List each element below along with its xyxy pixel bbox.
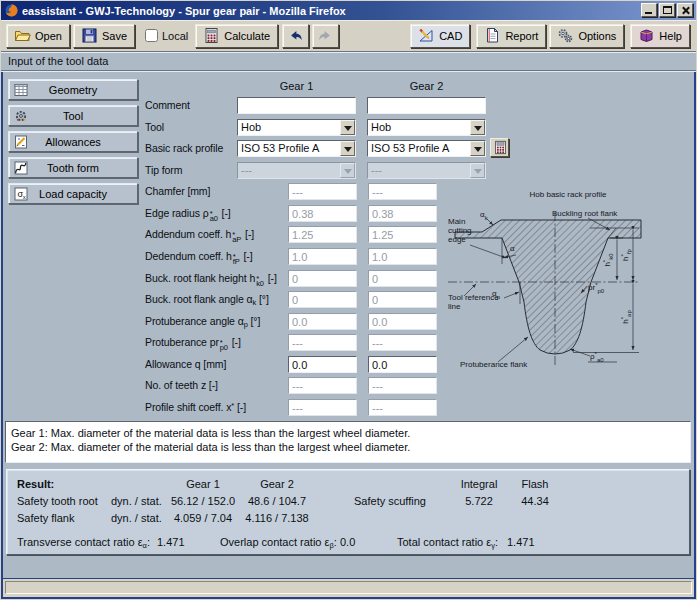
safety-scuffing-label: Safety scuffing xyxy=(354,495,426,507)
tool-gear2-select[interactable]: Hob xyxy=(367,119,486,136)
minimize-button[interactable] xyxy=(641,3,657,17)
dedendum-coeff-h-gear1-input xyxy=(288,248,357,265)
field-label: Tip form xyxy=(145,164,182,176)
result-heading: Result: xyxy=(17,478,54,490)
form-row-tool: ToolHobHob xyxy=(145,119,697,137)
dropdown-arrow-icon[interactable] xyxy=(470,120,485,135)
field-label: Chamfer [mm] xyxy=(145,185,210,197)
alpha-p-label: αp xyxy=(492,289,501,300)
open-folder-icon xyxy=(14,27,31,44)
maximize-button[interactable] xyxy=(659,3,675,17)
field-label: No. of teeth z [-] xyxy=(145,379,218,391)
options-button[interactable]: Options xyxy=(549,24,624,48)
help-label: Help xyxy=(659,30,682,42)
result-col-integral: Integral xyxy=(449,478,509,490)
comment-gear1-input[interactable] xyxy=(237,97,356,114)
status-bar xyxy=(3,579,694,597)
result-col-gear2: Gear 2 xyxy=(227,478,327,490)
basic-rack-profile-gear2-select[interactable]: ISO 53 Profile A xyxy=(367,140,486,157)
chamfer-mm-gear1-input xyxy=(288,183,357,200)
calculate-button[interactable]: Calculate xyxy=(195,24,278,48)
field-label: Tool xyxy=(145,121,164,133)
buck-root-flank-angle-gear1-input xyxy=(288,291,357,308)
local-label: Local xyxy=(162,30,188,42)
field-label: Profile shift coeff. x* [-] xyxy=(145,401,246,413)
open-label: Open xyxy=(35,30,62,42)
sidebar-item-tooth-form[interactable]: Tooth form xyxy=(8,157,138,178)
firefox-icon xyxy=(5,4,18,17)
sidebar-item-allowances[interactable]: Allowances xyxy=(8,131,138,152)
edge-radius-gear1-input xyxy=(288,205,357,222)
local-checkbox[interactable] xyxy=(145,29,158,42)
allowance-q-mm-gear2-input[interactable] xyxy=(368,356,437,373)
result-panel: Result: Gear 1 Gear 2 Integral Flash Saf… xyxy=(6,469,690,555)
message-line: Gear 1: Max. diameter of the material da… xyxy=(11,426,685,440)
message-line: Gear 2: Max. diameter of the material da… xyxy=(11,440,685,454)
dropdown-arrow-icon[interactable] xyxy=(340,120,355,135)
maximize-icon xyxy=(663,6,672,14)
safety-flank-gear2: 4.116 / 7.138 xyxy=(227,512,327,524)
options-gears-icon xyxy=(557,27,574,44)
comment-gear2-input[interactable] xyxy=(367,97,486,114)
options-label: Options xyxy=(578,30,616,42)
select-value: ISO 53 Profile A xyxy=(241,142,319,154)
close-button[interactable] xyxy=(677,3,693,17)
help-button[interactable]: Help xyxy=(630,24,690,48)
profile-shift-coeff-x-gear2-input xyxy=(368,399,437,416)
dropdown-arrow-icon xyxy=(340,163,355,178)
svg-text:edge: edge xyxy=(448,235,466,244)
protuberance-angle-gear2-input xyxy=(368,313,437,330)
protuberance-pr-gear1-input xyxy=(288,334,357,351)
status-field xyxy=(5,581,692,594)
result-row-label: Safety tooth root xyxy=(17,495,98,507)
chamfer-mm-gear2-input xyxy=(368,183,437,200)
tip-form-gear2-select: --- xyxy=(367,162,486,179)
diagram-title: Hob basic rack profile xyxy=(530,190,607,199)
buckling-root-flank-label: Buckling root flank xyxy=(552,209,618,218)
svg-text:cutting: cutting xyxy=(448,226,472,235)
field-label: Addendum coeff. h*aP [-] xyxy=(145,228,254,242)
report-label: Report xyxy=(505,30,538,42)
sidebar-item-label: Tooth form xyxy=(9,162,137,174)
addendum-coeff-h-gear1-input xyxy=(288,226,357,243)
open-button[interactable]: Open xyxy=(6,24,70,48)
field-label: Basic rack profile xyxy=(145,142,223,154)
sidebar-item-load-capacity[interactable]: σ x Load capacity xyxy=(8,183,138,204)
cad-button[interactable]: CAD xyxy=(410,24,470,48)
basic-rack-profile-gear1-select[interactable]: ISO 53 Profile A xyxy=(237,140,356,157)
overlap-contact-ratio-value: 0.0 xyxy=(340,536,355,548)
dropdown-arrow-icon[interactable] xyxy=(470,141,485,156)
undo-button[interactable] xyxy=(282,24,309,48)
tool-gear1-select[interactable]: Hob xyxy=(237,119,356,136)
protuberance-angle-gear1-input xyxy=(288,313,357,330)
select-value: --- xyxy=(241,164,252,176)
safety-scuffing-flash: 44.34 xyxy=(510,495,560,507)
protuberance-flank-label: Protuberance flank xyxy=(460,360,528,369)
window-title: eassistant - GWJ-Technology - Spur gear … xyxy=(22,5,346,17)
addendum-coeff-h-gear2-input xyxy=(368,226,437,243)
rack-profile-calculator-button[interactable] xyxy=(490,138,509,157)
field-label: Buck. root flank angle αk [°] xyxy=(145,293,269,307)
save-button[interactable]: Save xyxy=(73,24,135,48)
form-row-tip-form: Tip form------ xyxy=(145,162,697,180)
report-button[interactable]: Report xyxy=(476,24,546,48)
sidebar-item-tool[interactable]: Tool xyxy=(8,105,138,126)
allowance-q-mm-gear1-input[interactable] xyxy=(288,356,357,373)
save-label: Save xyxy=(102,30,127,42)
help-book-icon xyxy=(638,27,655,44)
message-box: Gear 1: Max. diameter of the material da… xyxy=(5,421,691,463)
select-value: Hob xyxy=(241,121,261,133)
field-label: Buck. root flank height h*k0 [-] xyxy=(145,272,277,286)
field-label: Allowance q [mm] xyxy=(145,358,226,370)
field-label: Protuberance angle αp [°] xyxy=(145,315,260,329)
alpha-label: α xyxy=(510,244,515,253)
gear1-column-header: Gear 1 xyxy=(237,80,356,92)
redo-button xyxy=(312,24,339,48)
form-row-basic-rack-profile: Basic rack profileISO 53 Profile AISO 53… xyxy=(145,140,697,158)
sidebar-item-label: Geometry xyxy=(9,84,137,96)
sidebar-item-geometry[interactable]: Geometry xyxy=(8,79,138,100)
dropdown-arrow-icon[interactable] xyxy=(340,141,355,156)
minimize-icon xyxy=(645,12,652,14)
field-label: Dedendum coeff. h*fP [-] xyxy=(145,250,253,264)
h-k0-dimension-label: h*k0 xyxy=(602,253,614,267)
